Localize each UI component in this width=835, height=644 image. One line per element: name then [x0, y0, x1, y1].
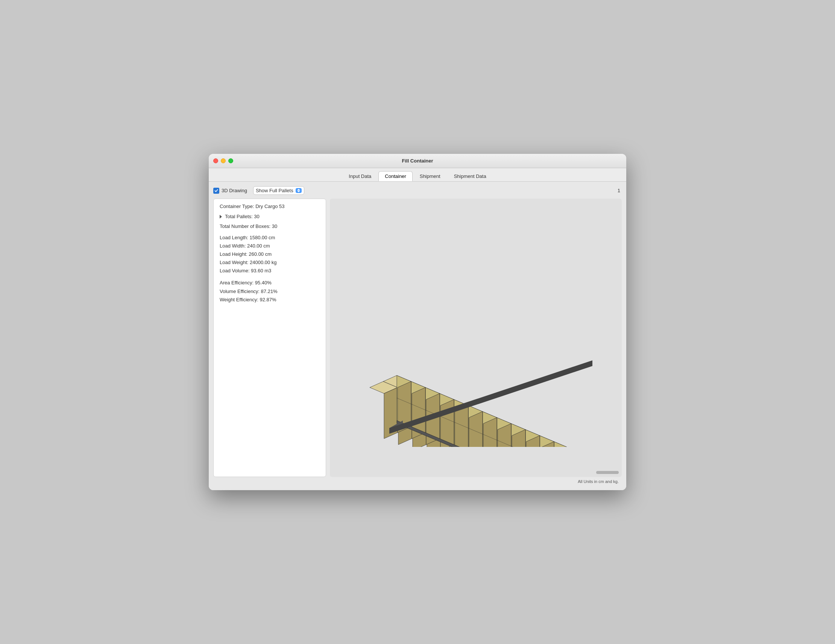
drawing-3d-toggle[interactable]: 3D Drawing — [213, 188, 247, 194]
visualization-area: /* will be rendered by separate script b… — [330, 198, 622, 477]
load-width: Load Width: 240.00 cm — [220, 242, 320, 250]
minimize-button[interactable] — [221, 158, 226, 163]
area-efficiency: Area Efficiency: 95.40% — [220, 279, 320, 287]
container-type: Container Type: Dry Cargo 53 — [220, 203, 320, 209]
container-3d-view: /* will be rendered by separate script b… — [348, 229, 604, 447]
units-note: All Units in cm and kg. — [578, 479, 619, 484]
page-number: 1 — [617, 188, 622, 194]
main-content: 3D Drawing Show Full Pallets 1 Container… — [209, 182, 626, 490]
tab-shipment-data[interactable]: Shipment Data — [448, 171, 493, 181]
efficiency-section: Area Efficiency: 95.40% Volume Efficienc… — [220, 279, 320, 304]
title-bar: Fill Container — [209, 154, 626, 168]
checkbox-icon[interactable] — [213, 188, 219, 194]
load-weight: Load Weight: 24000.00 kg — [220, 259, 320, 267]
tab-container[interactable]: Container — [379, 171, 412, 181]
pallet-front — [554, 442, 568, 447]
volume-efficiency: Volume Efficiency: 87.21% — [220, 288, 320, 296]
horizontal-scrollbar[interactable] — [596, 471, 619, 474]
footer: All Units in cm and kg. — [213, 477, 622, 485]
main-window: Fill Container Input Data Container Ship… — [209, 154, 626, 490]
traffic-lights — [213, 158, 233, 163]
load-dimensions: Load Length: 1580.00 cm Load Width: 240.… — [220, 234, 320, 275]
total-pallets: Total Pallets: 30 — [225, 213, 260, 220]
show-pallets-dropdown[interactable]: Show Full Pallets — [253, 186, 304, 195]
load-volume: Load Volume: 93.60 m3 — [220, 267, 320, 275]
total-boxes: Total Number of Boxes: 30 — [220, 223, 277, 230]
toolbar: 3D Drawing Show Full Pallets 1 — [213, 186, 622, 195]
arrow-up-icon — [297, 189, 300, 190]
weight-efficiency: Weight Efficiency: 92.87% — [220, 296, 320, 304]
tab-shipment[interactable]: Shipment — [413, 171, 447, 181]
load-length: Load Length: 1580.00 cm — [220, 234, 320, 242]
info-panel: Container Type: Dry Cargo 53 Total Palle… — [213, 198, 326, 477]
dropdown-arrow-icon — [296, 188, 302, 193]
drawing-3d-label: 3D Drawing — [221, 188, 247, 194]
show-pallets-label: Show Full Pallets — [256, 188, 293, 194]
maximize-button[interactable] — [228, 158, 233, 163]
close-button[interactable] — [213, 158, 218, 163]
pallet-right — [455, 405, 468, 447]
chevron-right-icon — [220, 215, 222, 218]
content-area: Container Type: Dry Cargo 53 Total Palle… — [213, 198, 622, 477]
total-boxes-row: Total Number of Boxes: 30 — [220, 223, 320, 230]
total-pallets-row: Total Pallets: 30 — [220, 213, 320, 220]
window-title: Fill Container — [402, 158, 433, 164]
tab-bar: Input Data Container Shipment Shipment D… — [209, 168, 626, 182]
load-height: Load Height: 260.00 cm — [220, 250, 320, 259]
tab-input-data[interactable]: Input Data — [342, 171, 378, 181]
arrow-down-icon — [297, 191, 300, 192]
